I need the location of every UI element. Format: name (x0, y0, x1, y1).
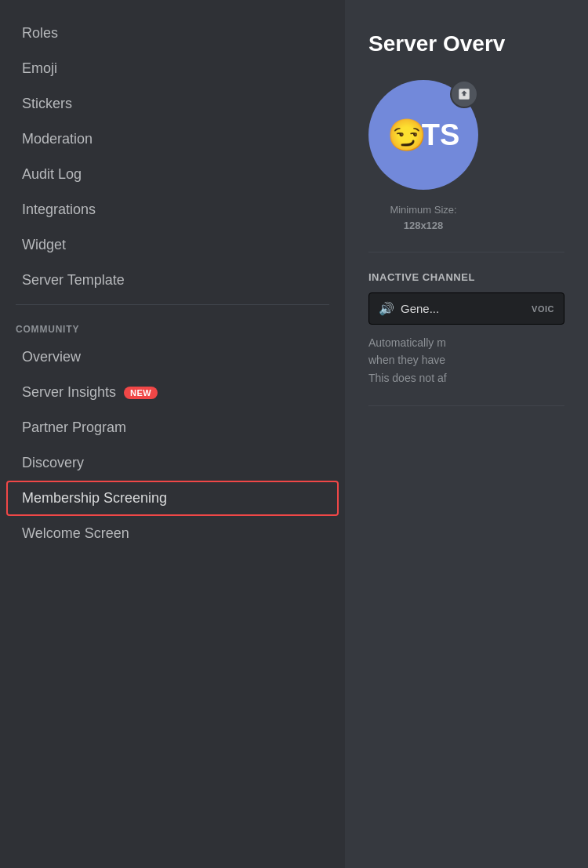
sidebar-item-label: Overview (22, 349, 81, 365)
sidebar-item-integrations[interactable]: Integrations (6, 192, 339, 227)
sidebar-divider (16, 304, 329, 305)
channel-name: Gene... (401, 302, 525, 315)
sidebar-item-welcome-screen[interactable]: Welcome Screen (6, 516, 339, 551)
sidebar-item-membership-screening[interactable]: Membership Screening (6, 481, 339, 516)
sidebar-item-server-insights[interactable]: Server Insights NEW (6, 375, 339, 410)
sidebar-item-label: Widget (22, 237, 66, 253)
bottom-divider (368, 405, 564, 406)
content-divider (368, 252, 564, 252)
community-section-label: COMMUNITY (0, 311, 345, 340)
volume-icon: 🔊 (379, 301, 394, 316)
sidebar-item-label: Stickers (22, 96, 72, 112)
inactive-channel-description: Automatically m when they have This does… (368, 334, 564, 387)
upload-icon-button[interactable] (450, 80, 478, 108)
channel-select[interactable]: 🔊 Gene... VOIC (368, 292, 564, 325)
min-size-value: 128x128 (368, 218, 478, 234)
main-content: Server Overv 😏 TS Minimum Size: 128x128 (345, 0, 588, 868)
sidebar-item-label: Emoji (22, 60, 57, 77)
sidebar-item-label: Server Template (22, 272, 125, 289)
sidebar-item-label: Roles (22, 25, 58, 42)
channel-type: VOIC (532, 304, 554, 314)
sidebar-item-roles[interactable]: Roles (6, 16, 339, 51)
sidebar-item-label: Partner Program (22, 419, 126, 436)
sidebar-item-server-template[interactable]: Server Template (6, 263, 339, 298)
upload-icon (457, 87, 471, 101)
sidebar-item-label: Server Insights (22, 384, 116, 401)
inactive-channel-section: INACTIVE CHANNEL 🔊 Gene... VOIC Automati… (368, 271, 564, 387)
sidebar-item-emoji[interactable]: Emoji (6, 51, 339, 86)
sidebar-item-label: Moderation (22, 131, 93, 147)
sidebar-item-widget[interactable]: Widget (6, 227, 339, 263)
sidebar-item-label: Welcome Screen (22, 525, 129, 542)
sidebar-item-partner-program[interactable]: Partner Program (6, 410, 339, 445)
sidebar-item-label: Discovery (22, 455, 84, 471)
sidebar-item-label: Membership Screening (22, 490, 167, 507)
sidebar-item-label: Audit Log (22, 166, 82, 183)
server-icon-container: 😏 TS (368, 80, 478, 190)
sidebar-item-label: Integrations (22, 202, 96, 218)
inactive-channel-label: INACTIVE CHANNEL (368, 271, 564, 283)
server-initials: TS (422, 118, 460, 152)
sidebar-item-overview[interactable]: Overview (6, 340, 339, 375)
sidebar-item-discovery[interactable]: Discovery (6, 445, 339, 481)
settings-sidebar: Roles Emoji Stickers Moderation Audit Lo… (0, 0, 345, 868)
page-title: Server Overv (368, 31, 564, 56)
server-emoji: 😏 (387, 117, 426, 154)
new-badge: NEW (124, 387, 158, 399)
sidebar-item-moderation[interactable]: Moderation (6, 122, 339, 157)
sidebar-item-stickers[interactable]: Stickers (6, 86, 339, 122)
min-size-label: Minimum Size: 128x128 (368, 202, 478, 233)
sidebar-item-audit-log[interactable]: Audit Log (6, 157, 339, 192)
